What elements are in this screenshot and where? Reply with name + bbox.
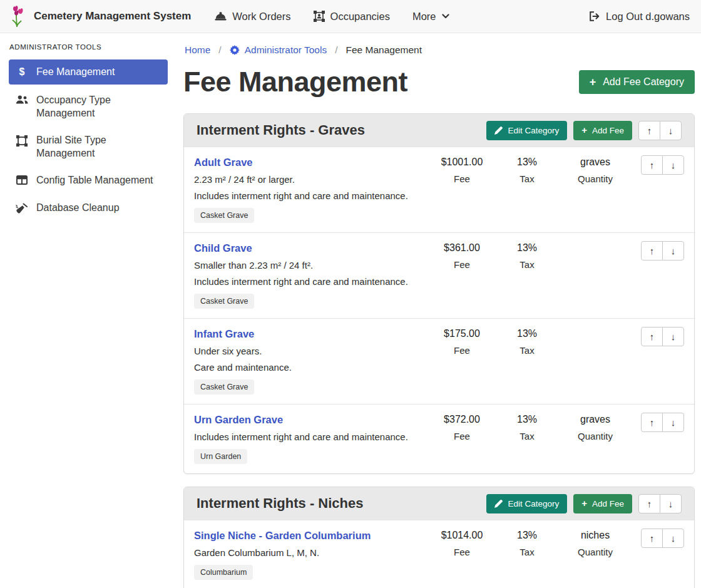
fee-row: Single Niche - Garden Columbarium Garden… xyxy=(184,520,694,588)
arrow-up-icon: ↑ xyxy=(650,533,655,544)
arrow-up-icon: ↑ xyxy=(650,417,655,428)
fee-category-card-niches: Interment Rights - Niches Edit Category … xyxy=(183,487,695,588)
fee-amount: $361.00 xyxy=(428,242,496,254)
fee-move-down-button[interactable]: ↓ xyxy=(662,327,684,346)
plus-icon: + xyxy=(581,499,587,508)
fee-move-up-button[interactable]: ↑ xyxy=(641,327,663,346)
arrow-down-icon: ↓ xyxy=(671,160,676,170)
edit-category-button[interactable]: Edit Category xyxy=(486,121,567,140)
fee-move-up-button[interactable]: ↑ xyxy=(641,155,663,175)
quantity-column-label: Quantity xyxy=(558,431,632,441)
tax-column-label: Tax xyxy=(496,431,558,441)
category-header: Interment Rights - Niches Edit Category … xyxy=(184,487,694,520)
arrow-up-icon: ↑ xyxy=(650,160,655,170)
sidebar-item-fee-management[interactable]: $ Fee Management xyxy=(9,59,168,85)
arrow-down-icon: ↓ xyxy=(671,245,676,256)
fee-amount: $175.00 xyxy=(428,328,496,339)
sidebar-item-burial-site-type-management[interactable]: Burial Site Type Management xyxy=(9,129,168,165)
fee-row: Adult Grave 2.23 m² / 24 ft² or larger. … xyxy=(184,147,694,232)
table-icon xyxy=(16,175,28,185)
fee-description: Smaller than 2.23 m² / 24 ft². xyxy=(194,260,424,271)
sidebar-item-label: Occupancy Type Management xyxy=(36,94,161,120)
fee-name-link[interactable]: Adult Grave xyxy=(194,157,253,168)
quantity-unit: graves xyxy=(558,157,632,168)
users-icon xyxy=(16,95,28,105)
nav-more[interactable]: More xyxy=(412,11,449,23)
fee-type-badge: Casket Grave xyxy=(194,294,254,309)
fee-name-link[interactable]: Single Niche - Garden Columbarium xyxy=(194,530,371,542)
fee-description: Under six years. xyxy=(194,346,424,356)
fee-column-label: Fee xyxy=(428,173,496,184)
fee-move-up-button[interactable]: ↑ xyxy=(641,413,663,432)
fee-name-link[interactable]: Urn Garden Grave xyxy=(194,414,283,426)
fee-move-down-button[interactable]: ↓ xyxy=(662,529,684,548)
tax-value: 13% xyxy=(496,414,558,425)
top-navbar: Cemetery Management System Work Orders O… xyxy=(0,0,701,33)
quantity-column-label: Quantity xyxy=(558,173,632,184)
tulip-logo-icon xyxy=(11,5,28,28)
logout-icon xyxy=(589,11,600,21)
category-move-down-button[interactable]: ↓ xyxy=(660,494,682,513)
category-title: Interment Rights - Niches xyxy=(197,495,486,512)
logout-label: Log Out d.gowans xyxy=(606,11,690,23)
category-header: Interment Rights - Graves Edit Category … xyxy=(184,114,694,147)
page-title: Fee Management xyxy=(183,66,407,98)
logout-link[interactable]: Log Out d.gowans xyxy=(589,11,690,23)
gear-icon xyxy=(230,45,240,55)
fee-column-label: Fee xyxy=(428,431,496,441)
broom-icon xyxy=(16,203,28,214)
nav-work-orders[interactable]: Work Orders xyxy=(215,11,290,23)
fee-move-down-button[interactable]: ↓ xyxy=(662,155,684,175)
admin-tools-sidebar: ADMINISTRATOR TOOLS $ Fee Management Occ… xyxy=(0,33,175,588)
pencil-icon xyxy=(494,500,503,508)
add-fee-button[interactable]: + Add Fee xyxy=(573,494,632,513)
category-move-up-button[interactable]: ↑ xyxy=(638,121,660,140)
fee-row: Child Grave Smaller than 2.23 m² / 24 ft… xyxy=(184,232,694,318)
edit-category-button[interactable]: Edit Category xyxy=(486,494,567,513)
breadcrumb-separator: / xyxy=(335,44,337,56)
nav-more-label: More xyxy=(412,11,436,23)
sidebar-item-config-table-management[interactable]: Config Table Management xyxy=(9,169,168,192)
sidebar-item-database-cleanup[interactable]: Database Cleanup xyxy=(9,197,168,219)
add-fee-button[interactable]: + Add Fee xyxy=(573,121,632,140)
fee-move-up-button[interactable]: ↑ xyxy=(641,241,663,260)
breadcrumb-home-link[interactable]: Home xyxy=(185,44,210,56)
category-title: Interment Rights - Graves xyxy=(197,122,486,138)
sidebar-item-label: Burial Site Type Management xyxy=(36,134,161,160)
sidebar-item-label: Config Table Management xyxy=(36,174,153,187)
arrow-down-icon: ↓ xyxy=(671,417,676,428)
sidebar-heading: ADMINISTRATOR TOOLS xyxy=(9,43,168,51)
category-move-down-button[interactable]: ↓ xyxy=(660,121,682,140)
arrow-up-icon: ↑ xyxy=(647,498,652,509)
sidebar-item-occupancy-type-management[interactable]: Occupancy Type Management xyxy=(9,89,168,125)
dollar-icon: $ xyxy=(16,67,28,77)
breadcrumb-separator: / xyxy=(218,44,221,56)
breadcrumb: Home / Administrator Tools / Fee Managem… xyxy=(185,44,695,56)
tax-value: 13% xyxy=(496,328,558,339)
fee-move-up-button[interactable]: ↑ xyxy=(641,529,663,548)
tax-value: 13% xyxy=(496,157,558,168)
category-move-up-button[interactable]: ↑ xyxy=(638,494,660,513)
quantity-unit: graves xyxy=(558,414,632,425)
app-brand[interactable]: Cemetery Management System xyxy=(11,5,191,28)
fee-description: 2.23 m² / 24 ft² or larger. xyxy=(194,174,424,185)
hard-hat-icon xyxy=(215,11,227,21)
tax-column-label: Tax xyxy=(496,173,558,184)
fee-name-link[interactable]: Child Grave xyxy=(194,242,252,254)
quantity-column-label: Quantity xyxy=(558,547,632,557)
fee-name-link[interactable]: Infant Grave xyxy=(194,328,254,340)
plus-icon: + xyxy=(590,77,596,87)
quantity-unit: niches xyxy=(558,530,632,541)
fee-description: Includes interment right and care and ma… xyxy=(194,276,424,287)
breadcrumb-admin-tools-link[interactable]: Administrator Tools xyxy=(230,44,327,56)
arrow-up-icon: ↑ xyxy=(650,331,655,342)
fee-type-badge: Columbarium xyxy=(194,565,253,580)
fee-move-down-button[interactable]: ↓ xyxy=(662,413,684,432)
nav-occupancies[interactable]: Occupancies xyxy=(314,11,390,23)
fee-amount: $372.00 xyxy=(428,414,496,425)
fee-row: Infant Grave Under six years. Care and m… xyxy=(184,318,694,404)
plus-icon: + xyxy=(581,126,587,135)
arrow-down-icon: ↓ xyxy=(671,533,676,544)
fee-move-down-button[interactable]: ↓ xyxy=(662,241,684,260)
add-fee-category-button[interactable]: + Add Fee Category xyxy=(579,70,695,94)
